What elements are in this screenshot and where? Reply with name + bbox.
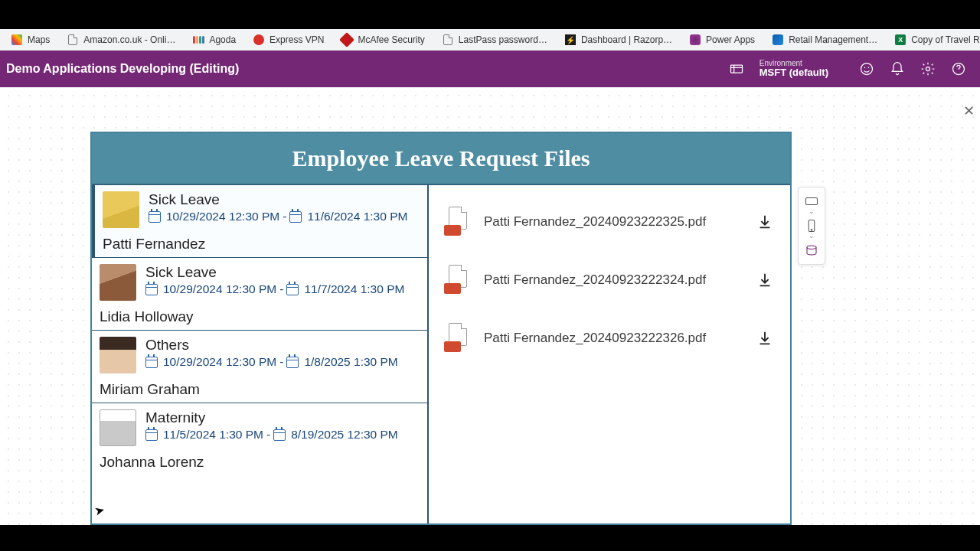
tab-lastpass[interactable]: LastPass password… <box>434 31 555 49</box>
calendar-icon <box>145 429 158 441</box>
download-button[interactable] <box>755 212 775 232</box>
svg-point-9 <box>807 246 816 249</box>
calendar-icon <box>286 357 299 368</box>
date-range: 10/29/2024 12:30 PM- 11/7/2024 1:30 PM <box>145 282 420 296</box>
browser-tab-strip: Maps Amazon.co.uk - Onli… Agoda Express … <box>0 29 980 51</box>
file-name: Patti Fernandez_20240923222326.pdf <box>484 331 740 346</box>
leave-type: Maternity <box>145 409 420 426</box>
close-icon[interactable]: ✕ <box>959 101 978 121</box>
list-item[interactable]: Others 10/29/2024 12:30 PM- 1/8/2025 1:3… <box>92 331 427 403</box>
file-row: Patti Fernandez_20240923222326.pdf <box>441 309 778 367</box>
excel-icon: X <box>894 34 906 46</box>
settings-button[interactable] <box>913 54 943 84</box>
calendar-icon <box>289 211 302 223</box>
avatar <box>100 409 136 446</box>
agoda-icon <box>192 34 204 46</box>
calendar-icon <box>273 429 286 441</box>
svg-point-4 <box>926 67 930 71</box>
download-button[interactable] <box>755 328 775 348</box>
insert-data-button[interactable] <box>799 240 825 261</box>
environment-icon <box>721 54 752 84</box>
request-list[interactable]: Sick Leave 10/29/2024 12:30 PM- 11/6/202… <box>92 185 429 523</box>
pdf-icon <box>444 207 469 237</box>
pdf-icon <box>444 323 469 354</box>
avatar <box>100 337 136 373</box>
svg-point-1 <box>861 64 873 75</box>
maps-icon <box>11 34 23 46</box>
tab-amazon[interactable]: Amazon.co.uk - Onli… <box>59 31 183 49</box>
download-button[interactable] <box>755 270 775 290</box>
list-item[interactable]: Sick Leave 10/29/2024 12:30 PM- 11/6/202… <box>92 185 427 258</box>
svg-rect-0 <box>730 65 742 73</box>
help-button[interactable] <box>943 54 974 84</box>
list-item[interactable]: Maternity 11/5/2024 1:30 PM- 8/19/2025 1… <box>92 403 427 475</box>
virtual-agent-button[interactable] <box>851 54 882 84</box>
svg-rect-6 <box>806 198 818 205</box>
design-canvas[interactable]: ✕ Employee Leave Request Files Sick Leav… <box>0 87 980 525</box>
environment-picker[interactable]: Environment MSFT (default) <box>760 59 828 78</box>
calendar-icon <box>145 284 158 295</box>
app-header: Demo Applications Developing (Editing) E… <box>0 51 980 87</box>
powerapps-icon <box>689 34 701 46</box>
file-row: Patti Fernandez_20240923222325.pdf <box>441 193 778 251</box>
mcafee-icon <box>341 34 353 46</box>
tab-expressvpn[interactable]: Express VPN <box>245 31 332 49</box>
dynamics-icon <box>772 34 784 46</box>
notifications-button[interactable] <box>882 54 913 84</box>
avatar <box>100 264 136 301</box>
vpn-icon <box>253 34 265 46</box>
tab-razorpay[interactable]: ⚡Dashboard | Razorp… <box>557 31 680 49</box>
employee-name: Johanna Lorenz <box>100 454 420 471</box>
leave-request-panel: Employee Leave Request Files Sick Leave … <box>90 132 792 525</box>
calendar-icon <box>286 284 299 295</box>
employee-name: Patti Fernandez <box>103 236 420 253</box>
environment-value: MSFT (default) <box>760 67 828 78</box>
calendar-icon <box>145 357 158 368</box>
date-range: 11/5/2024 1:30 PM- 8/19/2025 12:30 PM <box>145 428 420 442</box>
employee-name: Lidia Holloway <box>100 308 420 325</box>
svg-point-2 <box>864 67 866 69</box>
file-row: Patti Fernandez_20240923222324.pdf <box>441 251 778 309</box>
date-range: 10/29/2024 12:30 PM- 1/8/2025 1:30 PM <box>145 355 420 369</box>
insert-toolbar: ⌄ ⌄ <box>798 187 825 265</box>
app-title: Demo Applications Developing (Editing) <box>6 62 721 76</box>
tab-excel[interactable]: XCopy of Travel Requ… <box>887 31 980 49</box>
tab-agoda[interactable]: Agoda <box>185 31 243 49</box>
leave-type: Sick Leave <box>149 191 420 208</box>
svg-point-3 <box>868 67 870 69</box>
tab-powerapps[interactable]: Power Apps <box>681 31 763 49</box>
list-item[interactable]: Sick Leave 10/29/2024 12:30 PM- 11/7/202… <box>92 258 427 331</box>
tab-retail[interactable]: Retail Management… <box>764 31 885 49</box>
document-icon <box>442 34 454 46</box>
tab-maps[interactable]: Maps <box>3 31 57 49</box>
document-icon <box>67 34 79 46</box>
calendar-icon <box>149 211 161 223</box>
file-name: Patti Fernandez_20240923222325.pdf <box>484 214 740 230</box>
environment-label: Environment <box>760 59 828 67</box>
date-range: 10/29/2024 12:30 PM- 11/6/2024 1:30 PM <box>149 210 420 223</box>
svg-point-8 <box>811 230 812 231</box>
pdf-icon <box>444 265 469 295</box>
leave-type: Others <box>145 337 420 354</box>
razorpay-icon: ⚡ <box>564 34 577 46</box>
insert-label-button[interactable] <box>799 191 825 212</box>
employee-name: Miriam Graham <box>100 381 420 398</box>
file-list: Patti Fernandez_20240923222325.pdf Patti… <box>429 185 790 523</box>
panel-title: Employee Leave Request Files <box>92 133 790 185</box>
avatar <box>103 191 139 228</box>
tab-mcafee[interactable]: McAfee Security <box>333 31 432 49</box>
insert-phone-button[interactable] <box>799 215 825 236</box>
leave-type: Sick Leave <box>145 264 420 281</box>
file-name: Patti Fernandez_20240923222324.pdf <box>484 272 740 288</box>
